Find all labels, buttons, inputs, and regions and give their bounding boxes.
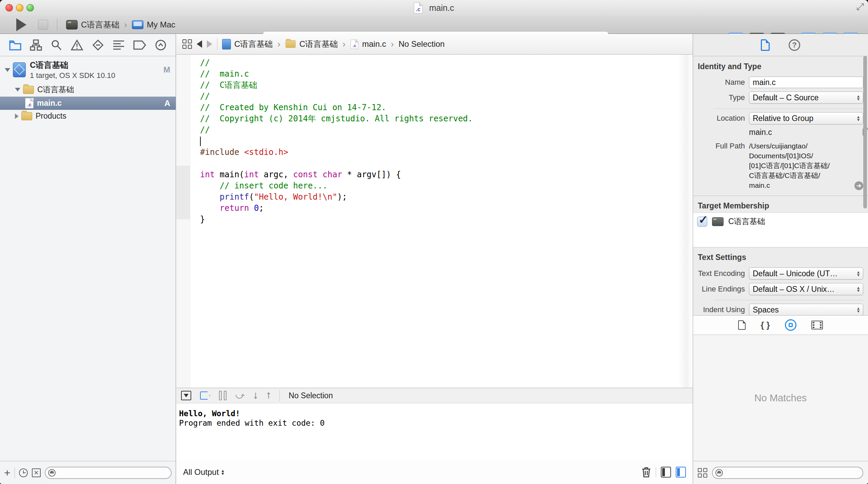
fullscreen-icon[interactable]: ⤢ — [856, 1, 864, 13]
code-line[interactable]: // insert code here... — [200, 180, 693, 191]
code-line[interactable] — [200, 158, 693, 169]
step-over-button[interactable]: ⤻ — [235, 391, 245, 400]
products-row[interactable]: Products — [0, 110, 176, 122]
filter-icon — [48, 469, 56, 477]
code-line[interactable]: printf("Hello, World!\n"); — [200, 191, 693, 203]
code-snippet-library-tab[interactable]: { } — [761, 320, 770, 330]
type-popup[interactable]: Default – C Source▴▾ — [749, 92, 863, 104]
code-line[interactable]: // Copyright (c) 2014年 cmjstudio. All ri… — [200, 113, 693, 124]
step-into-button[interactable]: ⭣ — [254, 391, 258, 400]
console-line: Hello, World! — [179, 409, 693, 418]
project-navigator-icon[interactable] — [9, 39, 22, 51]
disclosure-open-icon[interactable] — [15, 88, 20, 92]
code-line[interactable]: #include <stdio.h> — [200, 147, 693, 158]
location-label: Location — [693, 114, 749, 123]
trash-icon[interactable] — [642, 467, 651, 478]
scheme-name[interactable]: C语言基础 — [81, 19, 119, 30]
code-text[interactable]: //// main.c// C语言基础//// Created by Kensh… — [190, 55, 693, 225]
divider — [713, 300, 863, 300]
library-empty-text: No Matches — [754, 392, 807, 404]
indent-popup[interactable]: Spaces▴▾ — [749, 304, 863, 315]
code-line[interactable] — [200, 136, 693, 147]
file-inspector-tab[interactable] — [761, 39, 770, 51]
symbol-navigator-icon[interactable] — [30, 39, 42, 51]
navigator-filter-field[interactable] — [45, 467, 172, 479]
breadcrumb-selection[interactable]: No Selection — [398, 39, 445, 49]
encoding-popup[interactable]: Default – Unicode (UT…▴▾ — [749, 267, 863, 280]
name-field[interactable] — [749, 77, 863, 88]
open-in-finder-icon[interactable]: ➜ — [854, 181, 863, 190]
media-library-tab[interactable] — [811, 321, 823, 329]
disclosure-open-icon[interactable] — [5, 68, 10, 72]
step-out-button[interactable]: ⭡ — [267, 391, 271, 400]
close-button[interactable] — [5, 4, 13, 12]
file-template-library-tab[interactable] — [738, 320, 746, 330]
chevron-icon — [341, 39, 347, 49]
report-navigator-icon[interactable] — [155, 39, 167, 51]
issue-navigator-icon[interactable] — [71, 39, 83, 51]
breadcrumb-file[interactable]: main.c — [362, 39, 386, 49]
add-button[interactable]: + — [4, 467, 11, 478]
related-items-icon[interactable] — [182, 39, 192, 49]
code-line[interactable]: int main(int argc, const char * argv[]) … — [200, 169, 693, 180]
group-row[interactable]: C语言基础 — [0, 83, 176, 97]
target-row[interactable]: C语言基础 — [697, 216, 868, 227]
code-line[interactable]: // Created by Kenshin Cui on 14-7-12. — [200, 102, 693, 113]
scheme-selector[interactable]: C语言基础 My Mac — [66, 19, 175, 30]
editor-scrollbar[interactable] — [678, 55, 693, 408]
search-navigator-icon[interactable] — [50, 39, 62, 51]
file-inspector-content: Identity and Type Name Type Default – C … — [693, 57, 868, 315]
products-name: Products — [36, 112, 66, 121]
object-library-tab[interactable] — [785, 319, 796, 331]
source-editor[interactable]: //// main.c// C语言基础//// Created by Kensh… — [176, 55, 693, 408]
location-popup[interactable]: Relative to Group▴▾ — [749, 112, 863, 124]
target-checkbox-checked[interactable] — [697, 217, 707, 227]
navigator-filter-bar: + ✕ — [0, 461, 176, 484]
stop-button[interactable] — [38, 20, 48, 30]
variables-view-toggle[interactable] — [661, 467, 671, 478]
toolbar: C语言基础 My Mac Finished running C语言基础 : C语… — [0, 16, 868, 34]
hide-debug-area-button[interactable] — [181, 391, 191, 400]
code-line[interactable]: // C语言基础 — [200, 80, 693, 91]
quick-help-tab[interactable]: ? — [789, 39, 800, 51]
code-line[interactable]: // main.c — [200, 68, 693, 80]
run-button[interactable] — [16, 18, 26, 31]
library-grid-view-icon[interactable] — [698, 468, 707, 478]
back-button[interactable] — [197, 40, 202, 48]
zoom-button[interactable] — [26, 4, 34, 12]
forward-button[interactable] — [207, 40, 212, 48]
code-line[interactable]: return 0; — [200, 203, 693, 214]
breadcrumb-project[interactable]: C语言基础 — [234, 39, 273, 49]
breakpoints-toggle-button[interactable] — [200, 391, 210, 400]
code-line[interactable]: // — [200, 124, 693, 136]
file-row-selected[interactable]: .c main.c A — [0, 97, 176, 110]
code-line[interactable]: // — [200, 91, 693, 102]
project-row[interactable]: C语言基础 1 target, OS X SDK 10.10 M — [0, 56, 176, 83]
pause-button[interactable] — [219, 391, 226, 400]
console-view-toggle[interactable] — [676, 467, 686, 478]
library-filter-field[interactable] — [712, 467, 863, 479]
breadcrumb-group[interactable]: C语言基础 — [299, 39, 338, 49]
code-line[interactable]: // — [200, 57, 693, 68]
popup-arrows-icon: ▴▾ — [857, 95, 860, 101]
jump-bar: C语言基础 C语言基础 .c main.c No Selection — [176, 34, 693, 55]
debug-navigator-icon[interactable] — [113, 39, 125, 51]
editor-gutter[interactable] — [176, 55, 190, 408]
breakpoint-navigator-icon[interactable] — [133, 40, 146, 50]
code-line[interactable]: } — [200, 214, 693, 225]
destination-name[interactable]: My Mac — [147, 20, 175, 29]
recent-files-icon[interactable] — [19, 468, 28, 477]
disclosure-closed-icon[interactable] — [15, 114, 19, 119]
divider — [713, 108, 863, 109]
output-filter-popup[interactable]: All Output — [183, 467, 219, 477]
minimize-button[interactable] — [16, 4, 23, 12]
source-control-status-icon[interactable]: ✕ — [32, 468, 41, 477]
editor-area: C语言基础 C语言基础 .c main.c No Selection //// … — [176, 34, 693, 484]
filter-icon — [715, 469, 723, 477]
chevron-icon — [390, 39, 395, 49]
test-navigator-icon[interactable] — [92, 39, 104, 52]
inspector-scrollbar[interactable] — [863, 56, 867, 208]
my-mac-icon — [132, 20, 143, 29]
line-endings-popup[interactable]: Default – OS X / Unix…▴▾ — [749, 283, 863, 295]
navigator-panel: C语言基础 1 target, OS X SDK 10.10 M C语言基础 .… — [0, 34, 176, 484]
